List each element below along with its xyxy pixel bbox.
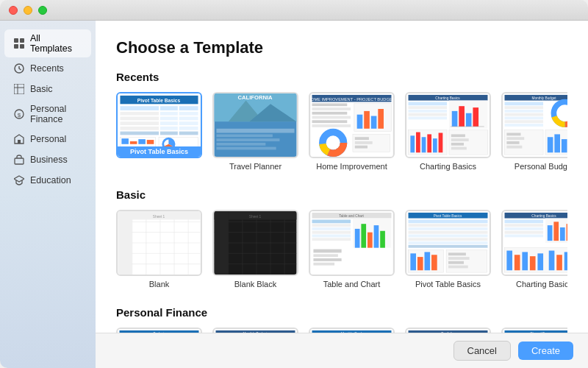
- svg-rect-195: [505, 219, 544, 223]
- svg-rect-186: [431, 255, 437, 270]
- sidebar-item-business[interactable]: Business: [4, 150, 91, 169]
- svg-rect-113: [548, 137, 553, 152]
- svg-rect-207: [506, 251, 512, 271]
- sidebar-item-label: Personal: [30, 134, 66, 144]
- svg-text:Sheet 1: Sheet 1: [153, 215, 165, 219]
- svg-rect-188: [448, 252, 466, 255]
- svg-rect-158: [312, 238, 351, 241]
- svg-rect-169: [313, 258, 341, 261]
- template-charting-basics-2[interactable]: Charting Basics: [501, 210, 567, 289]
- svg-rect-78: [409, 113, 448, 116]
- cancel-button[interactable]: Cancel: [453, 341, 511, 361]
- svg-rect-134: [118, 211, 132, 275]
- svg-rect-179: [409, 238, 488, 241]
- sidebar-item-basic[interactable]: Basic: [4, 79, 91, 99]
- svg-text:Pivot Table Basics: Pivot Table Basics: [434, 214, 462, 218]
- svg-rect-11: [15, 158, 24, 164]
- svg-rect-105: [505, 117, 544, 120]
- svg-rect-185: [424, 252, 430, 270]
- close-button[interactable]: [9, 6, 18, 15]
- svg-rect-92: [439, 133, 443, 153]
- template-pivot-table-basics-2[interactable]: Pivot Table Basics: [405, 210, 491, 289]
- template-blank[interactable]: Sheet 1 Blank: [116, 210, 202, 289]
- svg-rect-101: [505, 102, 544, 105]
- template-personal-budget[interactable]: Monthly Budget: [501, 92, 567, 171]
- template-table-and-chart[interactable]: Table and Chart: [309, 210, 395, 289]
- svg-rect-183: [410, 253, 416, 270]
- svg-rect-1: [20, 38, 24, 43]
- svg-rect-176: [409, 227, 488, 230]
- svg-rect-89: [422, 137, 426, 152]
- svg-rect-202: [553, 222, 559, 241]
- svg-rect-95: [451, 138, 469, 141]
- minimize-button[interactable]: [24, 6, 32, 15]
- svg-rect-214: [564, 252, 567, 270]
- sidebar-item-recents[interactable]: Recents: [4, 59, 91, 78]
- education-icon: [13, 174, 25, 186]
- svg-rect-94: [451, 134, 465, 137]
- svg-rect-24: [179, 117, 198, 121]
- svg-rect-17: [160, 106, 178, 110]
- svg-text:Monthly Budget: Monthly Budget: [531, 96, 556, 100]
- svg-rect-104: [505, 113, 544, 116]
- svg-rect-38: [147, 140, 154, 144]
- personal-finance-icon: $: [13, 108, 25, 120]
- svg-rect-167: [313, 250, 341, 253]
- svg-rect-50: [216, 147, 276, 150]
- svg-text:Charting Basics: Charting Basics: [531, 214, 556, 218]
- template-thumb: Sheet 1: [116, 210, 202, 276]
- sidebar-item-education[interactable]: Education: [4, 171, 91, 190]
- svg-rect-203: [560, 227, 565, 241]
- svg-rect-204: [567, 224, 567, 241]
- template-pivot-table-basics[interactable]: Pivot Table Basics: [116, 92, 202, 171]
- sidebar-item-label: All Templates: [30, 33, 82, 54]
- svg-rect-83: [466, 113, 472, 127]
- svg-rect-31: [120, 132, 159, 135]
- svg-rect-211: [537, 253, 543, 270]
- svg-rect-156: [312, 231, 351, 234]
- template-label: Blank Black: [234, 280, 276, 289]
- sidebar-item-label: Education: [30, 175, 71, 185]
- template-travel-planner[interactable]: CALIFORNIA Travel Planner: [212, 92, 298, 171]
- maximize-button[interactable]: [38, 6, 47, 15]
- template-thumb: HOME IMPROVEMENT - PROJECT BUDGET: [309, 92, 395, 158]
- recents-icon: [13, 63, 25, 74]
- template-label: Table and Chart: [323, 280, 381, 289]
- sidebar-item-personal[interactable]: Personal: [4, 130, 91, 149]
- template-thumb: Charting Basics: [501, 210, 567, 276]
- svg-rect-189: [448, 257, 470, 260]
- svg-rect-28: [120, 127, 159, 130]
- sidebar-item-all-templates[interactable]: All Templates: [4, 29, 91, 57]
- template-thumb: Table and Chart: [309, 210, 395, 276]
- svg-rect-27: [179, 121, 198, 125]
- sidebar-item-label: Recents: [30, 63, 64, 74]
- svg-rect-46: [216, 129, 294, 133]
- svg-rect-63: [371, 116, 377, 129]
- sidebar-item-personal-finance[interactable]: $ Personal Finance: [4, 100, 91, 128]
- svg-rect-29: [160, 127, 178, 130]
- svg-rect-208: [514, 255, 520, 270]
- svg-rect-177: [409, 231, 488, 234]
- create-button[interactable]: Create: [518, 342, 573, 360]
- template-thumb: Pivot Table Basics: [116, 92, 202, 158]
- svg-rect-82: [459, 106, 465, 127]
- svg-rect-102: [505, 106, 544, 109]
- svg-rect-197: [505, 227, 544, 230]
- svg-rect-76: [409, 106, 448, 109]
- svg-rect-21: [179, 112, 198, 116]
- svg-rect-81: [452, 111, 458, 127]
- svg-rect-87: [410, 135, 415, 152]
- section-personal-finance-title: Personal Finance: [116, 306, 567, 319]
- svg-rect-196: [505, 224, 544, 227]
- template-home-improvement[interactable]: HOME IMPROVEMENT - PROJECT BUDGET: [309, 92, 395, 171]
- svg-rect-199: [505, 235, 544, 238]
- sidebar: All Templates Recents Basic $ Personal F…: [0, 21, 96, 368]
- recents-grid: Pivot Table Basics: [116, 92, 567, 171]
- template-label: Travel Planner: [229, 162, 282, 171]
- template-charting-basics[interactable]: Charting Basics: [405, 92, 491, 171]
- template-blank-black[interactable]: Sheet 1 Blank Black: [212, 210, 298, 289]
- svg-rect-56: [312, 112, 348, 115]
- svg-rect-33: [179, 132, 198, 135]
- svg-rect-181: [409, 245, 488, 248]
- svg-rect-178: [409, 235, 488, 238]
